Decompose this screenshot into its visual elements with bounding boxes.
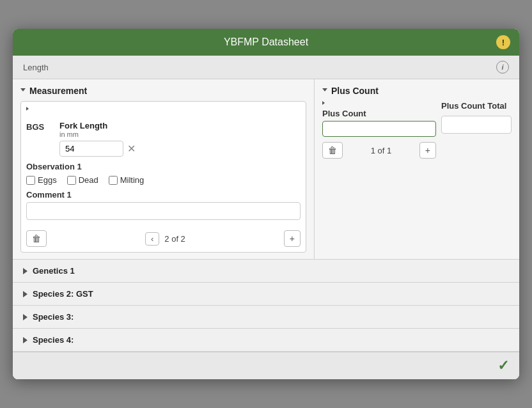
measurement-collapse-icon[interactable] bbox=[20, 88, 26, 94]
species4-expand-icon bbox=[23, 337, 27, 343]
plus-count-total-box bbox=[441, 116, 512, 134]
plus-count-label: Plus Count bbox=[331, 86, 379, 96]
bottom-bar: ✓ bbox=[13, 352, 519, 379]
fork-length-clear-button[interactable]: ✕ bbox=[126, 143, 137, 155]
sections-row: Measurement BGS Fork Length in mm ✕ bbox=[13, 79, 519, 260]
scroll-bar-label: Length bbox=[23, 63, 49, 72]
info-icon[interactable]: i bbox=[496, 61, 509, 74]
dead-label: Dead bbox=[79, 175, 98, 185]
genetics-section[interactable]: Genetics 1 bbox=[13, 260, 519, 283]
pc-sub-collapse-icon[interactable] bbox=[322, 101, 325, 105]
pc-nav-row: 🗑 1 of 1 + bbox=[322, 142, 436, 159]
eggs-checkbox-item[interactable]: Eggs bbox=[26, 175, 57, 185]
app-window: YBFMP Datasheet ! Length i Measurement B… bbox=[13, 29, 519, 379]
genetics-label: Genetics 1 bbox=[33, 266, 75, 276]
plus-count-total-label: Plus Count Total bbox=[441, 101, 512, 111]
meas-row: BGS Fork Length in mm ✕ bbox=[26, 121, 301, 157]
plus-count-collapse-icon[interactable] bbox=[322, 88, 327, 94]
measurement-delete-button[interactable]: 🗑 bbox=[26, 230, 47, 247]
measurement-nav-row: 🗑 ‹ 2 of 2 + bbox=[26, 226, 301, 247]
meas-sub-header bbox=[26, 107, 301, 116]
measurement-nav-middle: ‹ 2 of 2 bbox=[145, 232, 185, 246]
plus-count-add-button[interactable]: + bbox=[419, 142, 436, 159]
measurement-page-indicator: 2 of 2 bbox=[164, 234, 185, 244]
plus-count-main: Plus Count 🗑 1 of 1 + bbox=[322, 101, 436, 159]
plus-count-section-header: Plus Count bbox=[322, 86, 512, 96]
plus-count-input[interactable] bbox=[322, 121, 436, 137]
plus-count-page-indicator: 1 of 1 bbox=[371, 146, 392, 155]
meas-sub-collapse-icon[interactable] bbox=[26, 107, 29, 111]
title-bar: YBFMP Datasheet ! bbox=[13, 29, 519, 56]
species3-label: Species 3: bbox=[33, 312, 74, 322]
fork-length-block: Fork Length in mm ✕ bbox=[59, 121, 301, 157]
confirm-button[interactable]: ✓ bbox=[497, 357, 509, 374]
comment-input[interactable] bbox=[26, 202, 301, 220]
species4-section[interactable]: Species 4: bbox=[13, 329, 519, 352]
dead-checkbox[interactable] bbox=[67, 176, 76, 185]
plus-count-delete-button[interactable]: 🗑 bbox=[322, 142, 343, 159]
plus-count-panel: Plus Count Plus Count 🗑 1 of 1 bbox=[315, 79, 519, 259]
fork-length-input[interactable] bbox=[59, 141, 123, 157]
measurement-inner: BGS Fork Length in mm ✕ Observation 1 bbox=[20, 101, 306, 253]
fork-length-input-row: ✕ bbox=[59, 141, 301, 157]
plus-count-total-col: Plus Count Total bbox=[441, 101, 512, 159]
measurement-panel: Measurement BGS Fork Length in mm ✕ bbox=[13, 79, 315, 259]
milting-checkbox[interactable] bbox=[109, 176, 118, 185]
species2-label: Species 2: GST bbox=[33, 289, 93, 299]
alert-icon: ! bbox=[496, 35, 510, 49]
app-title: YBFMP Datasheet bbox=[224, 36, 308, 47]
milting-checkbox-item[interactable]: Milting bbox=[109, 175, 145, 185]
fork-length-label: Fork Length bbox=[59, 121, 301, 130]
measurement-label: Measurement bbox=[29, 86, 87, 96]
comment-label: Comment 1 bbox=[26, 190, 301, 200]
species4-label: Species 4: bbox=[33, 335, 74, 345]
checkboxes-row: Eggs Dead Milting bbox=[26, 175, 301, 185]
genetics-expand-icon bbox=[23, 268, 27, 274]
scroll-top-bar: Length i bbox=[13, 56, 519, 79]
measurement-add-button[interactable]: + bbox=[284, 230, 301, 247]
eggs-checkbox[interactable] bbox=[26, 176, 35, 185]
measurement-back-button[interactable]: ‹ bbox=[145, 232, 159, 246]
pc-sub-header bbox=[322, 101, 436, 105]
species-label: BGS bbox=[26, 121, 52, 157]
species3-section[interactable]: Species 3: bbox=[13, 306, 519, 329]
dead-checkbox-item[interactable]: Dead bbox=[67, 175, 98, 185]
species2-expand-icon bbox=[23, 291, 27, 297]
measurement-section-header: Measurement bbox=[20, 86, 306, 96]
eggs-label: Eggs bbox=[38, 175, 57, 185]
milting-label: Milting bbox=[120, 175, 145, 185]
plus-count-inner: Plus Count 🗑 1 of 1 + Plus Count Total bbox=[322, 101, 512, 159]
pc-count-label: Plus Count bbox=[322, 109, 436, 118]
observation-label: Observation 1 bbox=[26, 162, 301, 171]
fork-length-unit: in mm bbox=[59, 130, 301, 138]
species3-expand-icon bbox=[23, 314, 27, 320]
species2-section[interactable]: Species 2: GST bbox=[13, 283, 519, 306]
